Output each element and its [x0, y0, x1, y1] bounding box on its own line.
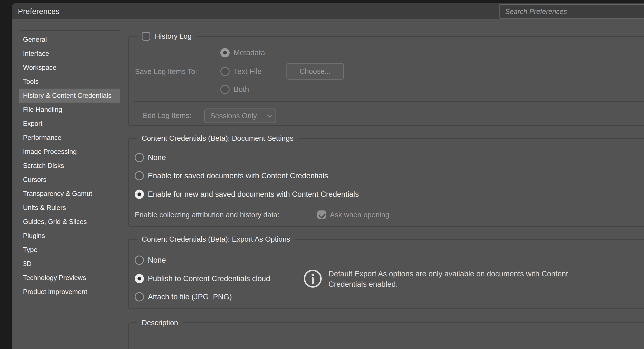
search-input[interactable]: [500, 4, 644, 19]
export-none-radio-row[interactable]: None: [135, 256, 166, 265]
sidebar-item-general[interactable]: General: [19, 33, 120, 47]
metadata-radio-label: Metadata: [234, 48, 265, 57]
sidebar-item-file-handling[interactable]: File Handling: [19, 103, 120, 117]
ds-saved-radio-row[interactable]: Enable for saved documents with Content …: [135, 171, 328, 181]
both-radio-label: Both: [234, 85, 249, 94]
export-attach-radio[interactable]: [135, 292, 144, 302]
sidebar-item-cursors[interactable]: Cursors: [19, 173, 120, 187]
history-log-label: History Log: [155, 32, 192, 41]
titlebar: Preferences: [12, 3, 644, 19]
sidebar-item-history-content-credentials[interactable]: History & Content Credentials: [19, 89, 120, 103]
export-attach-radio-label[interactable]: Attach to file (JPG PNG): [148, 293, 232, 301]
preferences-window: Preferences General Interface Workspace …: [12, 3, 644, 349]
export-publish-radio-label[interactable]: Publish to Content Credentials cloud: [148, 274, 270, 283]
text-file-radio-label: Text File: [234, 67, 262, 76]
edit-log-items-row: Edit Log Items:: [143, 111, 191, 120]
history-log-legend: History Log: [137, 31, 196, 42]
ds-saved-radio-label[interactable]: Enable for saved documents with Content …: [148, 172, 328, 180]
sidebar-item-interface[interactable]: Interface: [19, 47, 120, 61]
both-radio-row: Both: [220, 85, 249, 94]
history-log-group: History Log Metadata Save Log Items To: …: [128, 36, 644, 126]
export-attach-radio-row[interactable]: Attach to file (JPG PNG): [135, 292, 232, 302]
preferences-dialog: Preferences General Interface Workspace …: [0, 0, 644, 349]
cc-export-as-group: Content Credentials (Beta): Export As Op…: [128, 239, 644, 309]
ds-none-radio[interactable]: [135, 153, 144, 162]
save-log-items-label: Save Log Items To:: [135, 67, 197, 76]
sidebar-item-plugins[interactable]: Plugins: [19, 229, 120, 243]
sidebar-item-technology-previews[interactable]: Technology Previews: [19, 271, 120, 285]
chevron-down-icon: [267, 112, 273, 118]
collect-data-label-row: Enable collecting attribution and histor…: [135, 211, 279, 219]
export-info-text: Default Export As options are only avail…: [328, 269, 592, 290]
sidebar-item-tools[interactable]: Tools: [19, 75, 120, 89]
text-file-radio: [220, 67, 230, 76]
both-radio: [220, 85, 230, 94]
metadata-radio: [220, 48, 230, 57]
description-group: Description: [128, 322, 644, 349]
cc-document-settings-title: Content Credentials (Beta): Document Set…: [142, 134, 293, 143]
ds-new-saved-radio[interactable]: [135, 190, 144, 199]
edit-log-items-value: Sessions Only: [210, 112, 267, 120]
sidebar-item-product-improvement[interactable]: Product Improvement: [19, 285, 120, 299]
choose-button: Choose...: [286, 63, 344, 80]
description-legend: Description: [137, 317, 183, 328]
export-none-radio[interactable]: [135, 256, 144, 265]
history-log-checkbox[interactable]: [142, 32, 150, 41]
save-log-items-row: Save Log Items To:: [135, 67, 197, 76]
ds-none-radio-row[interactable]: None: [135, 153, 166, 162]
dialog-title: Preferences: [18, 7, 60, 16]
sidebar-item-export[interactable]: Export: [19, 117, 120, 131]
cc-export-as-legend: Content Credentials (Beta): Export As Op…: [137, 234, 295, 245]
cc-document-settings-group: Content Credentials (Beta): Document Set…: [128, 138, 644, 227]
ask-when-opening-checkbox: [317, 211, 326, 219]
sidebar-item-units-rulers[interactable]: Units & Rulers: [19, 201, 120, 215]
ds-new-saved-radio-label[interactable]: Enable for new and saved documents with …: [148, 190, 359, 199]
cc-export-as-title: Content Credentials (Beta): Export As Op…: [142, 235, 290, 244]
ask-when-opening-label: Ask when opening: [330, 211, 389, 219]
ds-none-radio-label[interactable]: None: [148, 153, 166, 162]
ds-saved-radio[interactable]: [135, 171, 144, 181]
description-title: Description: [142, 318, 178, 327]
text-file-radio-row: Text File: [220, 67, 262, 76]
ds-new-saved-radio-row[interactable]: Enable for new and saved documents with …: [135, 190, 359, 199]
sidebar-item-scratch-disks[interactable]: Scratch Disks: [19, 159, 120, 173]
choose-button-label: Choose...: [300, 67, 331, 76]
sidebar-item-performance[interactable]: Performance: [19, 131, 120, 145]
sidebar-item-type[interactable]: Type: [19, 243, 120, 257]
sidebar-item-3d[interactable]: 3D: [19, 257, 120, 271]
edit-log-items-dropdown: Sessions Only: [204, 108, 276, 123]
ask-when-opening-row: Ask when opening: [317, 211, 389, 219]
sidebar-item-image-processing[interactable]: Image Processing: [19, 145, 120, 159]
edit-log-items-label: Edit Log Items:: [143, 111, 191, 120]
metadata-radio-row: Metadata: [220, 48, 265, 57]
preferences-nav-list: General Interface Workspace Tools Histor…: [19, 30, 120, 349]
export-publish-radio-row[interactable]: Publish to Content Credentials cloud: [135, 274, 270, 283]
export-publish-radio[interactable]: [135, 274, 144, 283]
info-icon: [304, 270, 322, 288]
history-section-divider: [134, 101, 644, 102]
sidebar-item-guides-grid-slices[interactable]: Guides, Grid & Slices: [19, 215, 120, 229]
sidebar-item-workspace[interactable]: Workspace: [19, 61, 120, 75]
export-none-radio-label[interactable]: None: [148, 256, 166, 265]
collect-data-label: Enable collecting attribution and histor…: [135, 211, 279, 219]
cc-document-settings-legend: Content Credentials (Beta): Document Set…: [137, 133, 298, 144]
sidebar-item-transparency-gamut[interactable]: Transparency & Gamut: [19, 187, 120, 201]
